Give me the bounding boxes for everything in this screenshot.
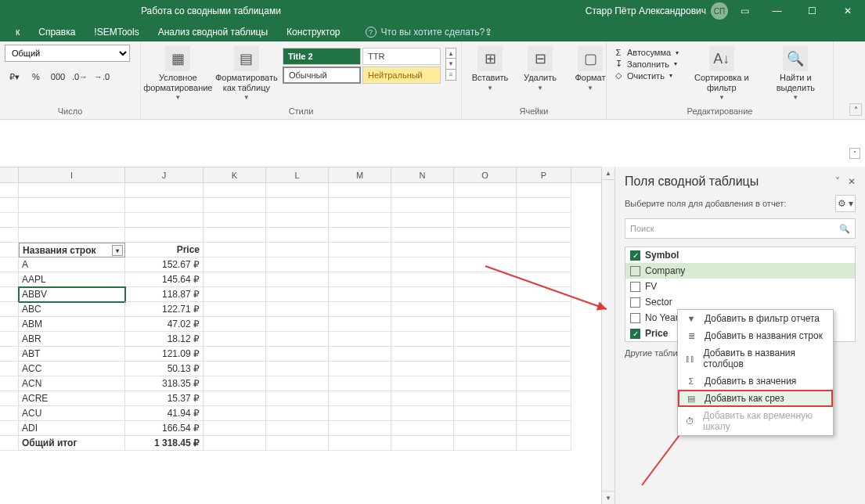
cell[interactable] xyxy=(266,347,329,362)
cell[interactable] xyxy=(329,198,391,213)
cell[interactable] xyxy=(454,228,517,243)
cell[interactable] xyxy=(266,243,329,257)
field-checkbox[interactable] xyxy=(630,282,640,292)
cell[interactable] xyxy=(391,287,454,302)
filter-dropdown-icon[interactable]: ▾ xyxy=(112,245,123,256)
tab-analyze[interactable]: Анализ сводной таблицы xyxy=(149,22,277,41)
cell[interactable] xyxy=(391,376,454,391)
style-normal[interactable]: Обычный xyxy=(283,67,361,84)
pivot-row-labels-header[interactable]: Названия строк▾ xyxy=(19,243,125,257)
cell[interactable] xyxy=(391,257,454,272)
cell[interactable] xyxy=(266,332,329,347)
pivot-row-label[interactable]: ABBV xyxy=(19,287,125,302)
pivot-value[interactable]: 47.02 ₽ xyxy=(125,317,204,332)
pivot-row-label[interactable]: A xyxy=(19,257,125,272)
autosum-button[interactable]: ΣАвтосумма▾ xyxy=(613,48,679,57)
cell[interactable] xyxy=(391,243,454,257)
cell[interactable] xyxy=(454,391,517,406)
cell[interactable] xyxy=(204,183,266,198)
cell[interactable] xyxy=(517,198,571,213)
cell[interactable] xyxy=(517,362,571,376)
cell[interactable] xyxy=(0,421,19,436)
maximize-button[interactable]: ☐ xyxy=(795,0,830,22)
pivot-row-label[interactable]: ADI xyxy=(19,421,125,436)
ribbon-display-options-icon[interactable]: ▭ xyxy=(733,0,755,22)
cell[interactable] xyxy=(517,317,571,332)
scroll-up-icon[interactable]: ▲ xyxy=(445,48,456,59)
pivot-value[interactable]: 118.87 ₽ xyxy=(125,287,204,302)
pivot-row-label[interactable]: ABC xyxy=(19,302,125,317)
find-select-button[interactable]: 🔍 Найти и выделить ▼ xyxy=(763,45,828,103)
cell[interactable] xyxy=(517,243,571,257)
cell[interactable] xyxy=(391,317,454,332)
cell[interactable] xyxy=(329,228,391,243)
share-icon[interactable]: ⇪ xyxy=(485,27,492,38)
pivot-value[interactable]: 41.94 ₽ xyxy=(125,406,204,421)
field-checkbox[interactable]: ✓ xyxy=(630,250,640,261)
cell[interactable] xyxy=(517,183,571,198)
cell[interactable] xyxy=(329,332,391,347)
cell[interactable] xyxy=(454,436,517,451)
field-checkbox[interactable] xyxy=(630,313,640,323)
cell[interactable] xyxy=(266,183,329,198)
cell[interactable] xyxy=(329,272,391,287)
cell[interactable] xyxy=(454,347,517,362)
cell[interactable] xyxy=(19,213,125,228)
cell[interactable] xyxy=(204,436,266,451)
ctx-add-column-labels[interactable]: ⫿⫿Добавить в названия столбцов xyxy=(678,344,833,373)
cell[interactable] xyxy=(19,183,125,198)
cell[interactable] xyxy=(391,198,454,213)
gallery-expand-icon[interactable]: ≡ xyxy=(445,70,456,81)
cell[interactable] xyxy=(0,287,19,302)
tab-stub[interactable]: к xyxy=(6,22,29,41)
cell[interactable] xyxy=(454,406,517,421)
cell[interactable] xyxy=(391,183,454,198)
tell-me-search[interactable]: ? Что вы хотите сделать? xyxy=(366,27,485,38)
cell[interactable] xyxy=(204,302,266,317)
cell[interactable] xyxy=(0,436,19,451)
style-neutral[interactable]: Нейтральный xyxy=(362,67,441,84)
column-header[interactable]: L xyxy=(266,167,329,182)
cell[interactable] xyxy=(125,228,204,243)
cell[interactable] xyxy=(391,347,454,362)
pivot-value[interactable]: 18.12 ₽ xyxy=(125,332,204,347)
cell[interactable] xyxy=(329,436,391,451)
cell[interactable] xyxy=(517,257,571,272)
cell[interactable] xyxy=(125,183,204,198)
user-account[interactable]: Старр Пётр Александрович СП xyxy=(586,2,728,20)
cell[interactable] xyxy=(204,376,266,391)
cell[interactable] xyxy=(391,406,454,421)
pivot-grand-total-value[interactable]: 1 318.45 ₽ xyxy=(125,436,204,451)
cell[interactable] xyxy=(266,362,329,376)
cell[interactable] xyxy=(266,228,329,243)
cell[interactable] xyxy=(0,362,19,376)
cell[interactable] xyxy=(204,406,266,421)
cell[interactable] xyxy=(204,213,266,228)
cell[interactable] xyxy=(517,421,571,436)
cell[interactable] xyxy=(0,183,19,198)
pivot-value[interactable]: 152.67 ₽ xyxy=(125,257,204,272)
cell[interactable] xyxy=(204,287,266,302)
percent-icon[interactable]: % xyxy=(27,68,45,85)
close-button[interactable]: ✕ xyxy=(830,0,865,22)
style-title2[interactable]: Title 2 xyxy=(283,48,361,65)
cell[interactable] xyxy=(0,228,19,243)
insert-cells-button[interactable]: ⊞ Вставить ▼ xyxy=(467,45,514,93)
cell[interactable] xyxy=(0,302,19,317)
column-header[interactable]: P xyxy=(517,167,571,182)
cell[interactable] xyxy=(204,391,266,406)
cell[interactable] xyxy=(204,421,266,436)
cell[interactable] xyxy=(266,257,329,272)
cell[interactable] xyxy=(454,272,517,287)
field-item[interactable]: ✓Symbol xyxy=(625,247,855,263)
cell[interactable] xyxy=(0,257,19,272)
column-header[interactable]: N xyxy=(391,167,454,182)
field-item[interactable]: Company xyxy=(625,263,855,279)
cell[interactable] xyxy=(329,183,391,198)
cell[interactable] xyxy=(19,228,125,243)
formula-bar-expand-icon[interactable]: ˅ xyxy=(849,148,860,159)
comma-icon[interactable]: 000 xyxy=(49,68,67,85)
styles-gallery-scroll[interactable]: ▲ ▼ ≡ xyxy=(445,48,456,81)
cell[interactable] xyxy=(454,317,517,332)
cell[interactable] xyxy=(0,317,19,332)
